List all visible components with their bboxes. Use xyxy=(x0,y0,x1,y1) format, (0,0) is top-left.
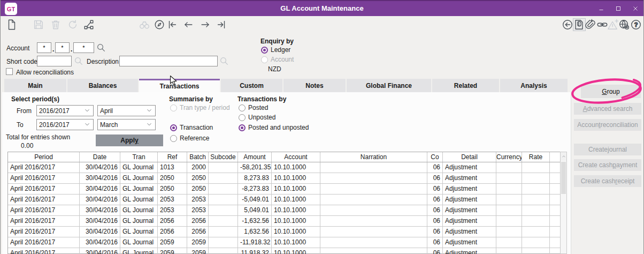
table-cell[interactable]: 10.10.1000 xyxy=(272,195,320,205)
tab-transactions[interactable]: Transactions xyxy=(139,79,220,92)
back-icon[interactable] xyxy=(562,19,573,31)
table-cell[interactable]: April 2016/2017 xyxy=(8,184,80,195)
radio-ledger[interactable] xyxy=(261,47,268,54)
column-header-ref[interactable]: Ref xyxy=(158,152,187,162)
column-header-rate[interactable]: Rate xyxy=(522,152,550,162)
add-attachment-icon[interactable] xyxy=(585,19,596,31)
scroll-up-icon[interactable] xyxy=(561,152,566,161)
table-cell[interactable]: 30/04/2016 xyxy=(80,184,120,195)
close-button[interactable] xyxy=(627,1,643,16)
column-header-co[interactable]: Co xyxy=(427,152,443,162)
tab-custom[interactable]: Custom xyxy=(221,79,282,92)
table-cell[interactable]: 5,049.01 xyxy=(238,205,272,216)
tab-global-finance[interactable]: Global Finance xyxy=(347,79,431,92)
table-cell[interactable] xyxy=(550,162,560,173)
table-cell[interactable]: 2050 xyxy=(187,184,209,195)
table-cell[interactable]: 30/04/2016 xyxy=(80,173,120,184)
table-cell[interactable]: 06 xyxy=(427,205,443,216)
table-cell[interactable]: 06 xyxy=(427,216,443,227)
column-header-amount[interactable]: Amount xyxy=(238,152,272,162)
table-cell[interactable]: 1013 xyxy=(158,162,187,173)
tab-related[interactable]: Related xyxy=(432,79,499,92)
tab-notes[interactable]: Notes xyxy=(283,79,346,92)
table-cell[interactable] xyxy=(496,237,522,248)
table-cell[interactable]: 06 xyxy=(427,195,443,205)
column-header-narration[interactable]: Narration xyxy=(320,152,427,162)
table-cell[interactable]: 30/04/2016 xyxy=(80,162,120,173)
grid-vertical-scrollbar[interactable] xyxy=(560,152,567,254)
table-cell[interactable] xyxy=(522,216,550,227)
column-header-detail[interactable]: Detail xyxy=(443,152,496,162)
table-cell[interactable] xyxy=(320,227,427,237)
table-cell[interactable]: Adjustment xyxy=(443,205,496,216)
table-cell[interactable]: 10.10.1000 xyxy=(272,237,320,248)
table-cell[interactable]: 06 xyxy=(427,248,443,254)
table-cell[interactable]: Adjustment xyxy=(443,227,496,237)
table-row[interactable]: April 2016/201730/04/2016GL Journal20502… xyxy=(8,173,560,184)
table-cell[interactable] xyxy=(550,237,560,248)
table-cell[interactable]: 2050 xyxy=(187,173,209,184)
group-button[interactable]: Group xyxy=(581,85,641,98)
table-cell[interactable]: 2059 xyxy=(158,248,187,254)
table-cell[interactable] xyxy=(522,173,550,184)
table-cell[interactable] xyxy=(209,195,238,205)
table-cell[interactable]: 2050 xyxy=(158,173,187,184)
table-cell[interactable]: GL Journal xyxy=(120,205,158,216)
table-cell[interactable]: 2056 xyxy=(158,216,187,227)
table-cell[interactable] xyxy=(550,205,560,216)
short-code-input[interactable] xyxy=(37,56,72,66)
table-cell[interactable]: April 2016/2017 xyxy=(8,173,80,184)
table-row[interactable]: April 2016/201730/04/2016GL Journal20562… xyxy=(8,216,560,227)
table-cell[interactable] xyxy=(550,184,560,195)
table-cell[interactable] xyxy=(320,248,427,254)
table-cell[interactable] xyxy=(522,248,550,254)
table-cell[interactable]: 2056 xyxy=(187,227,209,237)
table-cell[interactable]: 10.10.1000 xyxy=(272,173,320,184)
table-cell[interactable]: 30/04/2016 xyxy=(80,227,120,237)
go-last-icon[interactable] xyxy=(216,19,227,31)
table-cell[interactable]: -8,273.83 xyxy=(238,184,272,195)
table-cell[interactable]: April 2016/2017 xyxy=(8,248,80,254)
table-row[interactable]: April 2016/201730/04/2016GL Journal20592… xyxy=(8,237,560,248)
table-cell[interactable] xyxy=(320,162,427,173)
table-cell[interactable]: Adjustment xyxy=(443,195,496,205)
table-cell[interactable]: 10.10.1000 xyxy=(272,205,320,216)
table-row[interactable]: April 2016/201730/04/2016GL Journal20532… xyxy=(8,195,560,205)
from-month-dropdown[interactable]: April xyxy=(97,105,156,116)
radio-unposted[interactable] xyxy=(239,114,246,121)
table-cell[interactable] xyxy=(550,195,560,205)
table-cell[interactable]: GL Journal xyxy=(120,173,158,184)
table-cell[interactable]: 2053 xyxy=(158,205,187,216)
table-cell[interactable]: 06 xyxy=(427,162,443,173)
tab-balances[interactable]: Balances xyxy=(67,79,138,92)
table-row[interactable]: April 2016/201730/04/2016GL Journal20532… xyxy=(8,205,560,216)
table-cell[interactable]: 10.10.1000 xyxy=(272,248,320,254)
table-cell[interactable]: 30/04/2016 xyxy=(80,216,120,227)
radio-posted[interactable] xyxy=(239,104,246,111)
table-cell[interactable] xyxy=(320,184,427,195)
table-cell[interactable]: -1,632.56 xyxy=(238,216,272,227)
from-year-dropdown[interactable]: 2016/2017 xyxy=(36,105,94,116)
radio-posted-and-unposted[interactable] xyxy=(239,124,246,131)
column-header-date[interactable]: Date xyxy=(80,152,120,162)
table-cell[interactable]: GL Journal xyxy=(120,195,158,205)
table-cell[interactable]: 2059 xyxy=(187,248,209,254)
radio-reference[interactable] xyxy=(170,135,177,142)
table-cell[interactable]: Adjustment xyxy=(443,184,496,195)
table-cell[interactable] xyxy=(550,216,560,227)
table-cell[interactable]: April 2016/2017 xyxy=(8,216,80,227)
table-cell[interactable]: 30/04/2016 xyxy=(80,248,120,254)
table-cell[interactable] xyxy=(522,227,550,237)
link-icon[interactable] xyxy=(596,19,608,31)
table-cell[interactable]: 30/04/2016 xyxy=(80,237,120,248)
column-header-batch[interactable]: Batch xyxy=(187,152,209,162)
table-cell[interactable] xyxy=(550,248,560,254)
table-cell[interactable] xyxy=(320,173,427,184)
table-cell[interactable] xyxy=(496,162,522,173)
table-cell[interactable] xyxy=(522,205,550,216)
table-cell[interactable] xyxy=(550,173,560,184)
table-cell[interactable]: 2053 xyxy=(187,195,209,205)
go-first-icon[interactable] xyxy=(166,19,178,31)
account-search-icon[interactable] xyxy=(96,43,106,53)
table-cell[interactable] xyxy=(496,216,522,227)
